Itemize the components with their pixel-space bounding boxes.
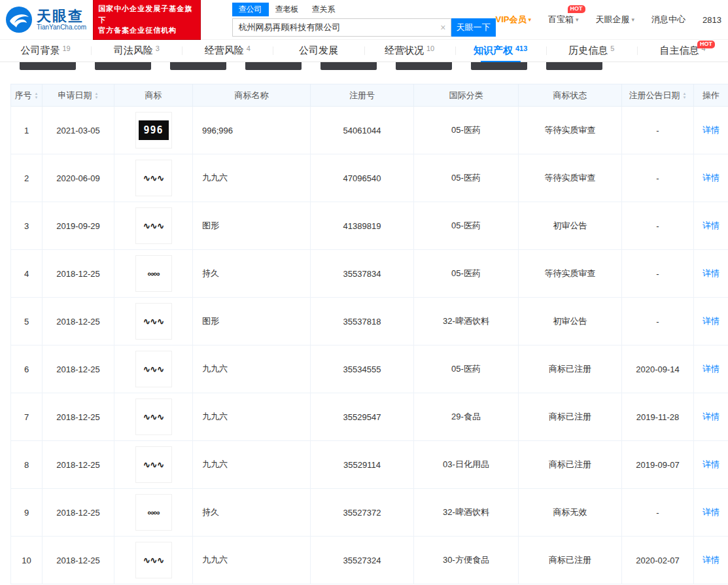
trademark-image[interactable]: ∿∿∿ [135, 446, 172, 483]
detail-link[interactable]: 详情 [702, 555, 719, 565]
detail-link[interactable]: 详情 [702, 364, 719, 374]
topbar: 天眼查 TianYanCha.com 国家中小企业发展子基金旗下 官方备案企业征… [0, 0, 728, 39]
detail-link[interactable]: 详情 [702, 173, 719, 183]
cell-mark: ∿∿∿ [114, 202, 193, 250]
column-header[interactable]: 申请日期▲▼ [43, 84, 114, 107]
column-header-inner: 序号▲▼ [15, 90, 39, 101]
trademark-image[interactable]: ∞∞ [135, 255, 172, 292]
subnav-chip[interactable] [471, 62, 527, 70]
column-header-label: 申请日期 [58, 90, 92, 101]
detail-link[interactable]: 详情 [702, 507, 719, 517]
nav-tab[interactable]: 司法风险 3 [91, 40, 182, 62]
detail-link[interactable]: 详情 [702, 412, 719, 421]
cell-intl-class: 05-医药 [414, 202, 519, 250]
nav-tab[interactable]: 历史信息 5 [546, 40, 637, 62]
nav-tab[interactable]: 经营风险 4 [182, 40, 273, 62]
trademark-image[interactable]: ∿∿∿ [135, 303, 172, 340]
subnav-chip[interactable] [245, 62, 302, 70]
cell-apply-date: 2018-12-25 [43, 441, 114, 489]
trademark-image[interactable]: ∿∿∿ [135, 399, 172, 435]
table-row: 102018-12-25∿∿∿九九六3552732430-方便食品商标已注册20… [11, 537, 728, 584]
cell-apply-date: 2018-12-25 [43, 537, 114, 584]
nav-tab-label: 经营状况 [385, 44, 424, 57]
search-button[interactable]: 天眼一下 [451, 18, 496, 37]
logo-icon [5, 6, 33, 33]
search-area: 查公司查老板查关系 × 天眼一下 [232, 3, 496, 37]
search-tab[interactable]: 查公司 [232, 3, 269, 16]
detail-link[interactable]: 详情 [702, 125, 719, 135]
trademark-image-text: ∿∿∿ [143, 173, 164, 183]
cell-apply-date: 2018-12-25 [43, 250, 114, 298]
topbar-item[interactable]: VIP会员▾ [496, 14, 532, 26]
subnav-chip[interactable] [546, 62, 602, 70]
cell-no: 4 [11, 250, 43, 298]
cell-mark: ∿∿∿ [114, 346, 193, 393]
nav-tab-label: 公司背景 [20, 44, 60, 57]
column-header: 操作 [694, 84, 728, 107]
sort-icon[interactable]: ▲▼ [95, 92, 99, 99]
detail-link[interactable]: 详情 [702, 459, 719, 469]
column-header-label: 注册公告日期 [629, 90, 680, 101]
trademark-image[interactable]: 996 [135, 112, 172, 149]
column-header[interactable]: 序号▲▼ [11, 84, 43, 107]
trademark-image[interactable]: ∞∞ [135, 494, 172, 531]
nav-tab[interactable]: 知识产权 413 [455, 40, 546, 62]
clear-icon[interactable]: × [440, 22, 445, 33]
subnav-chip[interactable] [95, 62, 151, 70]
trademark-table: 序号▲▼申请日期▲▼商标商标名称注册号国际分类商标状态注册公告日期▲▼操作 12… [10, 84, 728, 584]
cell-pub-date: 2020-02-07 [622, 537, 694, 584]
column-header-inner: 操作 [702, 90, 719, 101]
section-nav: 公司背景 19 司法风险 3 经营风险 4 公司发展 经营状况 10 知识产权 … [0, 39, 728, 62]
subnav-chip[interactable] [20, 62, 76, 70]
nav-tab[interactable]: 公司发展 [273, 40, 364, 62]
subnav-chip[interactable] [321, 62, 377, 70]
nav-tab-count: 413 [515, 44, 527, 52]
nav-tab-count: 19 [62, 44, 70, 52]
nav-tab[interactable]: 公司背景 19 [0, 40, 91, 62]
subnav-chip[interactable] [170, 62, 226, 70]
table-row: 22020-06-09∿∿∿九九六4709654005-医药等待实质审查-详情 [11, 154, 728, 202]
topbar-item[interactable]: 消息中心 [651, 14, 685, 26]
subnav-chip[interactable] [396, 62, 452, 70]
table-header-row: 序号▲▼申请日期▲▼商标商标名称注册号国际分类商标状态注册公告日期▲▼操作 [11, 84, 728, 107]
sort-icon[interactable]: ▲▼ [683, 92, 687, 99]
topbar-item[interactable]: 2813 [702, 15, 721, 25]
tianyancha-logo[interactable]: 天眼查 TianYanCha.com [5, 6, 86, 33]
cell-reg-no: 35534555 [311, 346, 414, 393]
column-header[interactable]: 注册公告日期▲▼ [622, 84, 694, 107]
cell-apply-date: 2018-12-25 [43, 489, 114, 537]
search-input[interactable] [233, 19, 451, 36]
search-tab[interactable]: 查老板 [269, 3, 305, 16]
nav-tab-label: 知识产权 [474, 44, 513, 57]
table-row: 72018-12-25∿∿∿九九六3552954729-食品商标已注册2019-… [11, 393, 728, 441]
cell-status: 商标已注册 [519, 537, 622, 584]
cell-apply-date: 2021-03-05 [43, 107, 114, 154]
chevron-down-icon: ▾ [576, 16, 579, 23]
cell-action: 详情 [694, 107, 728, 154]
cell-no: 7 [11, 393, 43, 441]
trademark-image[interactable]: ∿∿∿ [135, 207, 172, 244]
nav-tab-label: 经营风险 [205, 44, 244, 57]
trademark-image[interactable]: ∿∿∿ [135, 351, 172, 387]
cell-mark: ∞∞ [114, 250, 193, 298]
search-tab[interactable]: 查关系 [305, 3, 342, 16]
detail-link[interactable]: 详情 [702, 316, 719, 326]
nav-tab[interactable]: 经营状况 10 [364, 40, 455, 62]
cell-mark: ∿∿∿ [114, 298, 193, 346]
trademark-image[interactable]: ∿∿∿ [135, 542, 172, 578]
table-row: 42018-12-25∞∞持久3553783405-医药等待实质审查-详情 [11, 250, 728, 298]
sort-icon[interactable]: ▲▼ [35, 92, 39, 99]
detail-link[interactable]: 详情 [702, 221, 719, 230]
logo-domain: TianYanCha.com [37, 24, 86, 31]
nav-tab-count: 4 [247, 44, 251, 52]
nav-tab[interactable]: 自主信息 4 HOT [637, 40, 728, 62]
topbar-item[interactable]: 天眼企服▾ [596, 14, 635, 26]
trademark-image-text: ∿∿∿ [143, 555, 164, 565]
column-header-inner: 申请日期▲▼ [58, 90, 99, 101]
cell-no: 1 [11, 107, 43, 154]
trademark-image[interactable]: ∿∿∿ [135, 160, 172, 196]
topbar-item[interactable]: HOT百宝箱▾ [548, 14, 579, 26]
detail-link[interactable]: 详情 [702, 268, 719, 278]
nav-tab-count: 10 [426, 44, 434, 52]
column-header-label: 商标名称 [235, 90, 269, 101]
